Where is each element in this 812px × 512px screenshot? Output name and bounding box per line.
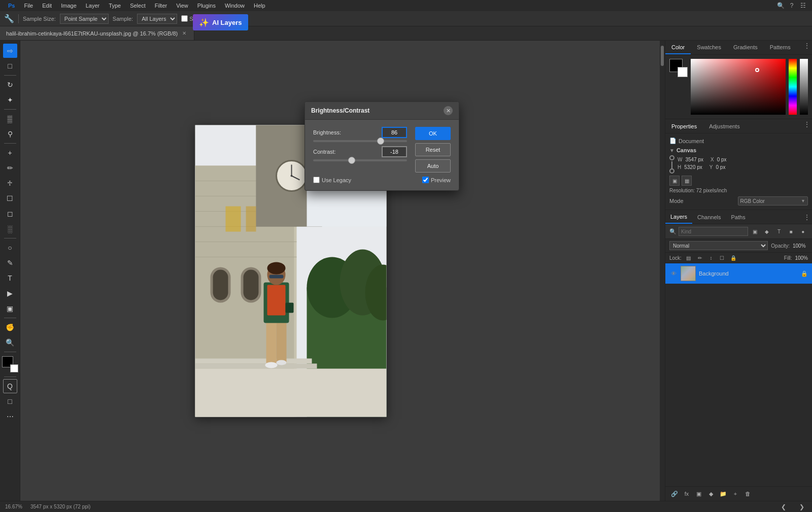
properties-menu-btn[interactable]: ⋮ [802, 119, 812, 129]
brightness-input[interactable] [382, 127, 407, 138]
contrast-input[interactable] [382, 146, 407, 157]
tab-swatches[interactable]: Swatches [691, 41, 727, 54]
wand-tool[interactable]: ✦ [3, 93, 17, 107]
layer-fx-icon[interactable]: fx [682, 489, 692, 499]
tab-color[interactable]: Color [665, 41, 691, 54]
bc-ok-btn[interactable]: OK [415, 127, 451, 140]
history-brush-tool[interactable]: ☐ [3, 191, 17, 206]
lock-transparent-btn[interactable]: ▤ [685, 254, 693, 262]
eyedropper-tool-icon[interactable]: 🔧 [4, 14, 14, 24]
quick-mask-tool[interactable]: Q [3, 379, 17, 393]
menu-layer[interactable]: Layer [82, 2, 104, 10]
color-swatches-panel[interactable] [669, 59, 688, 77]
status-bar-arrow-left[interactable]: ❮ [779, 502, 789, 512]
search-icon-top[interactable]: 🔍 [775, 1, 786, 11]
menu-file[interactable]: File [20, 2, 37, 10]
bc-dialog-close-btn[interactable]: ✕ [444, 106, 453, 115]
bc-auto-btn[interactable]: Auto [415, 159, 451, 173]
menu-help[interactable]: Help [250, 2, 269, 10]
layer-filter-adjust-icon[interactable]: ◆ [762, 226, 772, 236]
layer-filter-shape-icon[interactable]: ■ [786, 226, 796, 236]
tab-gradients[interactable]: Gradients [727, 41, 764, 54]
eraser-tool[interactable]: ◻ [3, 207, 17, 221]
menu-plugins[interactable]: Plugins [193, 2, 220, 10]
contrast-slider-thumb[interactable] [348, 157, 355, 164]
screen-mode-tool[interactable]: □ [3, 394, 17, 408]
delete-layer-icon[interactable]: 🗑 [742, 489, 753, 499]
menu-filter[interactable]: Filter [151, 2, 171, 10]
lock-all-btn[interactable]: 🔒 [729, 254, 737, 262]
add-folder-icon[interactable]: 📁 [718, 489, 728, 499]
crop-tool[interactable]: ▒ [3, 112, 17, 126]
type-tool[interactable]: T [3, 271, 17, 285]
selection-marquee-tool[interactable]: □ [3, 59, 17, 73]
brightness-slider[interactable] [313, 140, 407, 142]
help-icon-top[interactable]: ? [787, 1, 797, 11]
layer-item-background[interactable]: 👁 Background 🔒 [665, 263, 812, 284]
menu-ps[interactable]: Ps [4, 2, 19, 10]
pen-tool[interactable]: ✎ [3, 256, 17, 270]
tab-paths[interactable]: Paths [726, 210, 751, 224]
canvas-scrollbar-thumb[interactable] [661, 46, 664, 66]
preview-label[interactable]: Preview [422, 177, 451, 183]
mode-dropdown[interactable]: RGB Color ▼ [738, 196, 808, 206]
add-link-icon[interactable]: 🔗 [669, 489, 680, 499]
layer-filter-pixel-icon[interactable]: ▣ [750, 226, 760, 236]
color-swatches[interactable] [2, 356, 18, 372]
shape-tool[interactable]: ▣ [3, 301, 17, 316]
use-legacy-label[interactable]: Use Legacy [313, 177, 351, 183]
healing-tool[interactable]: + [3, 146, 17, 160]
file-tab[interactable]: halil-ibrahim-cetinkaya-l661E7tRKAU-unsp… [0, 26, 194, 40]
lasso-tool[interactable]: ↻ [3, 78, 17, 92]
layer-visibility-eye[interactable]: 👁 [669, 269, 678, 278]
layers-kind-input[interactable] [679, 227, 748, 236]
layer-filter-text-icon[interactable]: T [774, 226, 784, 236]
bc-reset-btn[interactable]: Reset [415, 143, 451, 156]
dodge-tool[interactable]: ○ [3, 241, 17, 255]
sample-value-select[interactable]: All Layers [137, 14, 177, 24]
tab-patterns[interactable]: Patterns [764, 41, 797, 54]
menu-select[interactable]: Select [126, 2, 150, 10]
lock-position-btn[interactable]: ↕ [707, 254, 715, 262]
workspace-icon-top[interactable]: ☷ [798, 1, 808, 11]
tab-close-btn[interactable]: ✕ [181, 30, 188, 37]
path-select-tool[interactable]: ▶ [3, 286, 17, 300]
add-mask-icon[interactable]: ▣ [694, 489, 704, 499]
color-panel-menu-btn[interactable]: ⋮ [802, 41, 812, 51]
fit-to-screen-icon[interactable]: ▣ [669, 176, 680, 186]
background-color[interactable] [10, 364, 18, 372]
menu-window[interactable]: Window [221, 2, 249, 10]
move-tool[interactable]: ⇨ [3, 44, 17, 58]
menu-view[interactable]: View [172, 2, 192, 10]
layer-filter-smart-icon[interactable]: ● [798, 226, 808, 236]
preview-checkbox[interactable] [422, 177, 429, 183]
eyedropper-tool[interactable]: ⚲ [3, 127, 17, 141]
color-spectrum-bar[interactable] [789, 59, 797, 115]
sample-size-select[interactable]: Point Sample [60, 14, 109, 24]
fill-screen-icon[interactable]: ▦ [682, 176, 692, 186]
alpha-spectrum-bar[interactable] [800, 59, 808, 115]
background-swatch[interactable] [678, 67, 688, 77]
status-bar-arrow-right[interactable]: ❯ [797, 502, 807, 512]
tab-properties[interactable]: Properties [665, 119, 703, 133]
tab-channels[interactable]: Channels [692, 210, 726, 224]
add-adjustment-icon[interactable]: ◆ [706, 489, 716, 499]
brush-tool[interactable]: ✏ [3, 161, 17, 175]
gradient-tool[interactable]: ░ [3, 222, 17, 236]
canvas-vertical-scrollbar[interactable] [660, 41, 665, 501]
zoom-tool[interactable]: 🔍 [3, 335, 17, 350]
canvas-area[interactable]: Brightness/Contrast ✕ Brightness: [20, 41, 665, 501]
tab-layers[interactable]: Layers [665, 210, 692, 224]
menu-image[interactable]: Image [57, 2, 81, 10]
tab-adjustments[interactable]: Adjustments [703, 119, 746, 133]
show-sampling-ring-checkbox[interactable] [181, 15, 188, 22]
color-gradient-picker[interactable] [691, 59, 786, 115]
lock-pixels-btn[interactable]: ✏ [696, 254, 704, 262]
layers-panel-menu-btn[interactable]: ⋮ [802, 212, 812, 222]
menu-type[interactable]: Type [105, 2, 125, 10]
blend-mode-select[interactable]: Normal [669, 241, 768, 250]
lock-artboard-btn[interactable]: ☐ [718, 254, 726, 262]
brightness-slider-thumb[interactable] [377, 138, 384, 145]
add-layer-icon[interactable]: + [730, 489, 740, 499]
clone-stamp-tool[interactable]: ♱ [3, 176, 17, 190]
